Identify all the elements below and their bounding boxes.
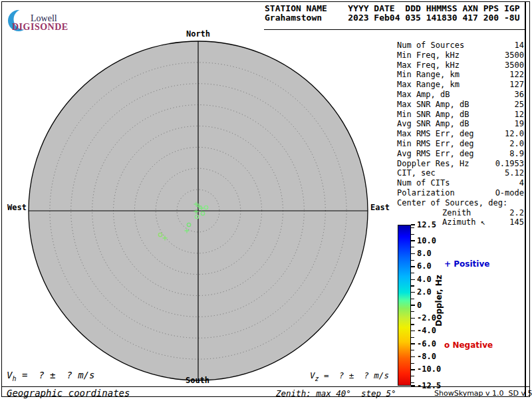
colorbar-minor-tick (411, 285, 414, 286)
stats-table: Num of Sources14Min Freq, kHz3500Max Fre… (397, 41, 524, 227)
colorbar-minor-tick (411, 260, 414, 261)
lowell-digisonde-logo: Lowell DIGISONDE (5, 4, 158, 33)
stat-label: Max Amp, dB (397, 90, 450, 100)
colorbar-tick-label: -6.0 (417, 340, 436, 348)
colorbar-major-tick (411, 279, 415, 281)
colorbar-minor-tick (411, 299, 414, 299)
stat-label: Min RMS Err, deg (397, 139, 474, 149)
skymap-window: Lowell DIGISONDE STATION NAME YYYY DATE … (0, 0, 532, 399)
footer-separator-line (1, 386, 529, 387)
colorbar-major-tick (411, 266, 415, 267)
stat-row: Min Freq, kHz3500 (397, 51, 524, 61)
colorbar-tick-label: 6.0 (417, 262, 432, 271)
logo-digisonde-text: DIGISONDE (12, 22, 68, 33)
stat-value: O-mode (495, 188, 524, 198)
stat-label: Avg SNR Amp, dB (397, 119, 469, 129)
vz-symbol: V (310, 370, 315, 380)
colorbar-major-tick (411, 318, 415, 319)
stat-row: Min Range, km122 (397, 70, 524, 80)
colorbar-minor-tick (411, 376, 414, 376)
stat-value: 2.0 (509, 139, 524, 149)
stat-row: Max Range, km127 (397, 80, 524, 90)
stat-label: Min SNR Amp, dB (397, 110, 469, 120)
stat-value: 5.12 (505, 168, 524, 178)
right-frame-line (525, 1, 526, 396)
stat-label: Min Freq, kHz (397, 51, 460, 61)
stat-row: Min SNR Amp, dB12 (397, 110, 524, 120)
negative-doppler-legend: o Negative (444, 340, 493, 350)
colorbar-tick-label: -4.0 (417, 327, 436, 335)
colorbar-tick-label: 10.0 (417, 237, 436, 245)
stat-row: Zenith2.2 (397, 208, 524, 218)
colorbar-major-tick (411, 292, 415, 293)
header-separator-line (264, 29, 525, 30)
compass-east-label: East (370, 203, 390, 212)
zenith-range-label: Zenith: max 40° step 5° (276, 388, 396, 398)
colorbar-tick-label: 2.0 (417, 288, 432, 297)
stat-label: Avg RMS Err, deg (397, 149, 474, 159)
colorbar-major-tick (411, 240, 415, 241)
colorbar-minor-tick (411, 324, 414, 325)
colorbar-tick-label: 8.0 (417, 249, 432, 258)
colorbar-major-tick (411, 369, 415, 370)
colorbar-minor-tick (411, 382, 414, 383)
stat-row: Avg RMS Err, deg8.9 (397, 149, 524, 159)
colorbar-minor-tick (411, 350, 414, 350)
stat-row: Max RMS Err, deg12.0 (397, 129, 524, 139)
stat-label: Max SNR Amp, dB (397, 100, 469, 110)
stat-label: Max Freq, kHz (397, 61, 460, 70)
colorbar-title: Doppler, Hz (434, 275, 444, 327)
colorbar-major-tick (411, 331, 415, 332)
compass-west-label: West (5, 203, 27, 212)
stat-value: 0.1953 (495, 159, 524, 169)
colorbar-major-tick (411, 253, 415, 255)
stat-row: Max Freq, kHz3500 (397, 61, 524, 70)
stat-label: Max Range, km (397, 80, 460, 90)
stat-value: 3500 (505, 51, 524, 61)
coordinate-system-label: Geographic coordinates (7, 388, 130, 398)
stat-value: 12.0 (505, 129, 524, 139)
stat-value: 14 (515, 41, 524, 51)
stat-value: 145 (509, 217, 524, 227)
doppler-colorbar (398, 225, 411, 386)
stat-label: Doppler Res, Hz (397, 159, 469, 169)
stat-row: Min RMS Err, deg2.0 (397, 139, 524, 149)
stat-value: 2.2 (509, 208, 524, 218)
stat-value: 25 (515, 100, 524, 110)
stat-row: PolarizationO-mode (397, 188, 524, 198)
stat-label: Center of Sources, deg: (397, 198, 507, 208)
stat-label: CIT, sec (397, 168, 436, 178)
stat-label: Num of CITs (397, 178, 450, 188)
colorbar-tick-label: -2.0 (417, 314, 436, 323)
vz-velocity-readout: Vz = ? ± ? m/s (310, 370, 389, 382)
colorbar-minor-tick (411, 273, 414, 273)
colorbar-minor-tick (411, 247, 414, 247)
colorbar-tick-label: -8.0 (417, 352, 436, 361)
compass-south-label: South (186, 376, 209, 385)
stat-row: CIT, sec5.12 (397, 168, 524, 178)
stat-row: Num of Sources14 (397, 41, 524, 51)
positive-doppler-legend: + Positive (444, 259, 489, 269)
stat-row: Azimuth ↖145 (397, 217, 524, 227)
stat-label: Max RMS Err, deg (397, 129, 474, 139)
software-version-label: ShowSkymap v 1.0 SD v 5.1 (434, 389, 532, 398)
stat-value: 4 (519, 178, 524, 188)
colorbar-minor-tick (411, 337, 414, 338)
stat-row: Max Amp, dB36 (397, 90, 524, 100)
stat-label: Zenith (397, 208, 471, 218)
colorbar-major-tick (411, 224, 415, 225)
colorbar-major-tick (411, 356, 415, 358)
colorbar-minor-tick (411, 311, 414, 312)
station-header-values: Grahamstown 2023 Feb04 035 141830 417 20… (265, 13, 520, 23)
vz-value: = ? ± ? m/s (319, 370, 389, 380)
stat-row: Avg SNR Amp, dB19 (397, 119, 524, 129)
colorbar-tick-label: 0 (417, 301, 422, 310)
colorbar-tick-label: 12.5 (417, 221, 436, 229)
stat-value: 127 (509, 80, 524, 90)
stat-row: Center of Sources, deg: (397, 198, 524, 208)
stat-value: 19 (515, 119, 524, 129)
colorbar-minor-tick (411, 234, 414, 235)
stat-value: 122 (509, 70, 524, 80)
vh-velocity-readout: Vh = ? ± ? m/s (7, 370, 94, 382)
stat-label: Num of Sources (397, 41, 464, 51)
